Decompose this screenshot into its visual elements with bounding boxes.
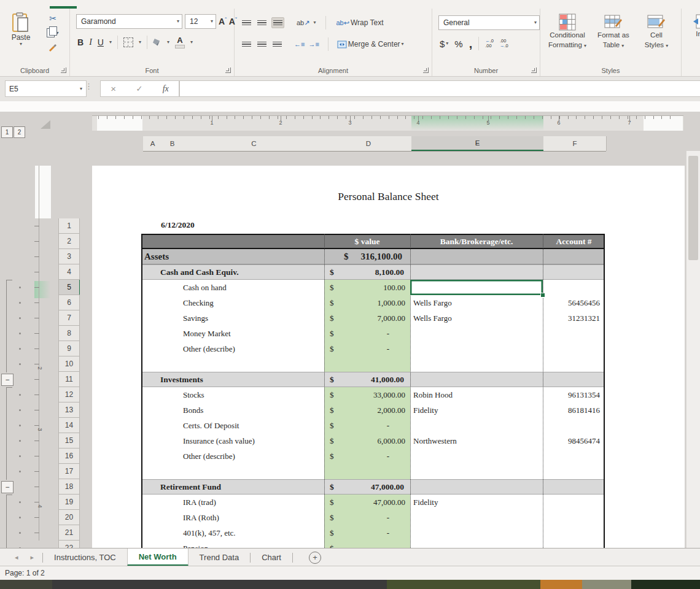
- cell-value-r8[interactable]: $-: [324, 326, 410, 341]
- column-header-F[interactable]: F: [543, 136, 607, 151]
- cell-label-r12[interactable]: Stocks: [141, 387, 324, 402]
- cell-value-r3[interactable]: $316,100.00: [324, 249, 410, 264]
- cell-account-r22[interactable]: [543, 541, 605, 548]
- name-box[interactable]: E5 ▾: [5, 80, 87, 97]
- cell-label-r16[interactable]: Other (describe): [141, 448, 324, 464]
- header-cell-label[interactable]: [141, 235, 324, 248]
- cell-value-r13[interactable]: $2,000.00: [324, 402, 410, 418]
- cell-label-r6[interactable]: Checking: [141, 295, 324, 310]
- row-header-18[interactable]: 18: [58, 479, 80, 495]
- insert-cells-button[interactable]: Ins: [685, 13, 700, 39]
- alignment-dialog-launcher[interactable]: [423, 67, 429, 73]
- cell-account-r15[interactable]: 98456474: [543, 433, 605, 448]
- cell-value-r19[interactable]: $47,000.00: [324, 495, 410, 510]
- select-all-icon[interactable]: [41, 120, 50, 129]
- cell-label-r21[interactable]: 401(k), 457, etc.: [141, 525, 324, 541]
- cell-label-r9[interactable]: Other (describe): [141, 341, 324, 356]
- header-cell-value[interactable]: $ value: [324, 235, 410, 248]
- cell-account-r12[interactable]: 96131354: [543, 387, 605, 402]
- cell-bank-r14[interactable]: [410, 418, 543, 433]
- outline-level-2-button[interactable]: 2: [14, 126, 25, 138]
- cell-label-r7[interactable]: Savings: [141, 310, 324, 326]
- cell-value-r14[interactable]: $-: [324, 418, 410, 433]
- cell-value-r18[interactable]: $47,000.00: [324, 480, 410, 494]
- cell-bank-r21[interactable]: [410, 525, 543, 541]
- align-top-button[interactable]: [241, 18, 252, 28]
- cell-label-r20[interactable]: IRA (Roth): [141, 510, 324, 525]
- row-header-9[interactable]: 9: [58, 341, 80, 356]
- font-color-button[interactable]: A: [175, 36, 185, 48]
- cell-account-r20[interactable]: [543, 510, 605, 525]
- align-left-button[interactable]: [241, 39, 252, 49]
- cell-account-r4[interactable]: [543, 265, 605, 279]
- increase-indent-button[interactable]: →≡: [308, 40, 319, 48]
- row-header-21[interactable]: 21: [58, 525, 80, 541]
- cell-bank-r5[interactable]: [410, 280, 543, 295]
- fill-handle[interactable]: [540, 293, 545, 298]
- cell-bank-r4[interactable]: [410, 265, 543, 279]
- cell-account-r19[interactable]: [543, 495, 605, 510]
- cell-account-r11[interactable]: [543, 372, 605, 387]
- clipboard-dialog-launcher[interactable]: [61, 67, 66, 73]
- sheet-tab-net-worth[interactable]: Net Worth: [127, 549, 189, 566]
- cell-label-r4[interactable]: Cash and Cash Equiv.: [141, 265, 324, 279]
- underline-button[interactable]: U: [98, 37, 104, 47]
- next-sheet-button[interactable]: ▸: [31, 553, 34, 561]
- merge-center-button[interactable]: Merge & Center ▾: [337, 40, 404, 48]
- cell-account-r17[interactable]: [543, 464, 605, 479]
- cell-value-r17[interactable]: [324, 464, 410, 479]
- cell-label-r3[interactable]: Assets: [141, 249, 327, 264]
- italic-button[interactable]: I: [89, 37, 92, 47]
- number-dialog-launcher[interactable]: [531, 67, 537, 73]
- cell-bank-r6[interactable]: Wells Fargo: [410, 295, 543, 310]
- cell-bank-r22[interactable]: [410, 541, 543, 548]
- grow-font-button[interactable]: Aˆ: [219, 17, 227, 26]
- cell-value-r12[interactable]: $33,000.00: [324, 387, 410, 402]
- cell-label-r15[interactable]: Insurance (cash value): [141, 433, 324, 448]
- cell-account-r7[interactable]: 31231321: [543, 310, 605, 326]
- copy-button[interactable]: ▾: [39, 28, 66, 37]
- cell-value-r9[interactable]: $-: [324, 341, 410, 356]
- sheet-tab-trend-data[interactable]: Trend Data: [189, 549, 251, 566]
- font-size-combo[interactable]: 12▾: [185, 14, 216, 29]
- row-header-2[interactable]: 2: [58, 234, 80, 249]
- prev-sheet-button[interactable]: ◂: [15, 553, 18, 561]
- cell-value-r11[interactable]: $41,000.00: [324, 372, 410, 387]
- cell-value-r21[interactable]: $-: [324, 525, 410, 541]
- number-format-combo[interactable]: General▾: [438, 15, 540, 30]
- cell-account-r14[interactable]: [543, 418, 605, 433]
- underline-caret[interactable]: ▾: [109, 40, 112, 45]
- accounting-format-button[interactable]: $▾: [440, 39, 448, 49]
- cell-bank-r12[interactable]: Robin Hood: [410, 387, 543, 402]
- cell-bank-r15[interactable]: Northwestern: [410, 433, 543, 448]
- column-header-E[interactable]: E: [411, 136, 544, 151]
- cell-bank-r18[interactable]: [410, 480, 543, 494]
- scrollbar-thumb[interactable]: [688, 156, 698, 260]
- header-cell-bank[interactable]: Bank/Brokerage/etc.: [410, 235, 543, 248]
- cell-bank-r7[interactable]: Wells Fargo: [410, 310, 543, 326]
- cell-bank-r13[interactable]: Fidelity: [410, 402, 543, 418]
- outline-level-1-button[interactable]: 1: [1, 126, 13, 138]
- cell-label-r8[interactable]: Money Market: [141, 326, 324, 341]
- cell-bank-r9[interactable]: [410, 341, 543, 356]
- percent-style-button[interactable]: %: [454, 39, 462, 49]
- cell-bank-r10[interactable]: [410, 356, 543, 372]
- cancel-button[interactable]: ×: [111, 83, 116, 94]
- align-right-button[interactable]: [271, 39, 283, 49]
- sheet-tab-chart[interactable]: Chart: [251, 549, 292, 566]
- row-header-16[interactable]: 16: [58, 448, 80, 464]
- enter-button[interactable]: ✓: [136, 84, 142, 93]
- cell-label-r11[interactable]: Investments: [141, 372, 324, 387]
- cell-value-r20[interactable]: $-: [324, 510, 410, 525]
- cell-account-r21[interactable]: [543, 525, 605, 541]
- row-header-10[interactable]: 10: [58, 356, 80, 372]
- cell-value-r15[interactable]: $6,000.00: [324, 433, 410, 448]
- header-cell-account[interactable]: Account #: [543, 235, 605, 248]
- row-header-14[interactable]: 14: [58, 418, 80, 433]
- cell-value-r10[interactable]: [324, 356, 410, 372]
- cell-bank-r16[interactable]: [410, 448, 543, 464]
- comma-style-button[interactable]: ,: [469, 40, 473, 47]
- cell-bank-r3[interactable]: [410, 249, 543, 264]
- format-painter-button[interactable]: [39, 42, 66, 52]
- row-header-19[interactable]: 19: [58, 495, 80, 510]
